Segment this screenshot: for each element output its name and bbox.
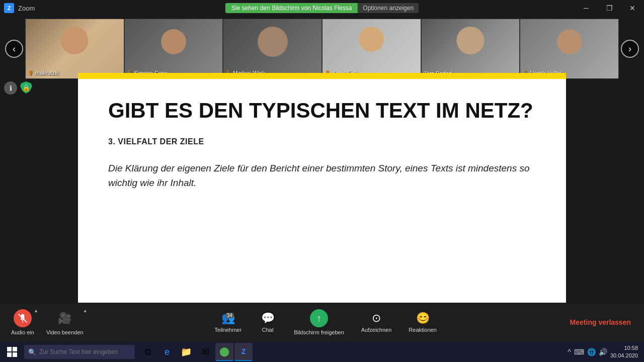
video-label: Video beenden <box>46 329 84 335</box>
share-label: Bildschirm freigeben <box>294 329 344 335</box>
share-icon: ↑ <box>310 309 328 327</box>
participant-thumb[interactable]: 🎙 makrutzki <box>25 19 124 79</box>
reactions-icon: 😊 <box>416 312 430 325</box>
windows-search[interactable]: 🔍 <box>24 345 135 359</box>
info-icons: ℹ 🔒 <box>4 81 32 95</box>
chat-button[interactable]: 💬 Chat <box>253 306 283 338</box>
slide-accent-bar <box>78 73 566 79</box>
options-button[interactable]: Optionen anzeigen <box>358 3 419 13</box>
participant-thumb[interactable]: 🎙 Henrik Vollbr... <box>520 19 619 79</box>
participants-list: 🎙 makrutzki 🎙 Simone Cerw... 🎙 Markus Wi… <box>25 19 619 79</box>
close-button[interactable]: ✕ <box>621 0 644 16</box>
participants-label: Teilnehmer <box>214 327 242 333</box>
search-input[interactable] <box>39 348 131 355</box>
slide-subtitle: 3. VIELFALT DER ZIELE <box>108 137 536 146</box>
mail-icon[interactable]: ✉ <box>196 343 214 361</box>
task-view-button[interactable]: ⧉ <box>139 343 157 361</box>
audio-label: Audio ein <box>11 329 34 335</box>
zoom-taskbar-icon[interactable]: Z <box>234 343 253 361</box>
leave-meeting-button[interactable]: Meeting verlassen <box>562 314 639 330</box>
participant-thumb[interactable]: Jörn Barfod <box>421 19 520 79</box>
next-participant-button[interactable]: › <box>621 40 639 58</box>
audio-button[interactable]: Audio ein ▲ <box>5 306 40 338</box>
record-button[interactable]: ⊙ Aufzeichnen <box>355 306 398 338</box>
chrome-icon[interactable]: ⬤ <box>215 343 233 361</box>
audio-arrow[interactable]: ▲ <box>34 308 38 313</box>
slide-body: GIBT ES DEN TYPISCHEN TEXT IM NETZ? 3. V… <box>78 79 566 210</box>
reactions-label: Reaktionen <box>409 327 437 333</box>
taskbar-icons: ⧉ e 📁 ✉ ⬤ Z <box>139 343 253 361</box>
participant-thumb[interactable]: 🎙 Simone Cerw... <box>124 19 223 79</box>
record-icon: ⊙ <box>372 312 381 325</box>
slide-title: GIBT ES DEN TYPISCHEN TEXT IM NETZ? <box>108 99 536 122</box>
participant-name: 🎙 makrutzki <box>28 69 59 76</box>
windows-logo <box>7 347 17 357</box>
center-tools: 👥 34 Teilnehmer 💬 Chat ↑ Bildschirm frei… <box>90 306 562 338</box>
chat-icon: 💬 <box>261 312 275 325</box>
start-button[interactable] <box>2 342 22 362</box>
file-explorer-icon[interactable]: 📁 <box>177 343 195 361</box>
window-controls: ─ ❐ ✕ <box>575 0 644 16</box>
tray-up-arrow[interactable]: ^ <box>568 348 571 356</box>
search-icon: 🔍 <box>28 348 36 356</box>
zoom-toolbar: Audio ein ▲ 🎥 Video beenden ▲ 👥 34 Teiln… <box>0 303 644 342</box>
participant-thumb[interactable]: 🎙 Markus Wink... <box>223 19 322 79</box>
slide-content: GIBT ES DEN TYPISCHEN TEXT IM NETZ? 3. V… <box>78 73 566 317</box>
volume-icon[interactable]: 🔊 <box>599 348 607 356</box>
participants-icon: 👥 34 <box>221 312 235 325</box>
mute-icon <box>14 309 32 327</box>
network-icon: 🌐 <box>587 348 596 356</box>
share-screen-button[interactable]: ↑ Bildschirm freigeben <box>288 306 350 338</box>
video-arrow[interactable]: ▲ <box>83 308 88 313</box>
mic-icon: 🎙 <box>28 69 34 76</box>
screen-share-label: Sie sehen den Bildschirm von Nicolas Fle… <box>225 3 358 13</box>
screen-share-info: Sie sehen den Bildschirm von Nicolas Fle… <box>225 3 419 13</box>
video-icon: 🎥 <box>56 309 74 327</box>
info-icon[interactable]: ℹ <box>4 81 17 95</box>
shield-icon[interactable]: 🔒 <box>20 81 32 94</box>
participants-strip: ‹ 🎙 makrutzki 🎙 Simone Cerw... 🎙 Markus … <box>0 16 644 81</box>
slide-body-text: Die Klärung der eigenen Ziele für den Be… <box>108 161 536 190</box>
system-time[interactable]: 10:58 30.04.2020 <box>610 344 638 360</box>
system-tray: ^ ⌨ 🌐 🔊 10:58 30.04.2020 <box>568 344 642 360</box>
title-bar: Z Zoom Sie sehen den Bildschirm von Nico… <box>0 0 644 16</box>
participants-button[interactable]: 👥 34 Teilnehmer <box>208 306 248 338</box>
edge-icon[interactable]: e <box>158 343 176 361</box>
video-button[interactable]: 🎥 Video beenden ▲ <box>40 306 90 338</box>
record-label: Aufzeichnen <box>361 327 392 333</box>
app-title: Zoom <box>18 5 35 12</box>
restore-button[interactable]: ❐ <box>598 0 621 16</box>
chat-label: Chat <box>262 327 274 333</box>
app-icon: Z <box>4 3 14 13</box>
windows-taskbar: 🔍 ⧉ e 📁 ✉ ⬤ Z ^ ⌨ 🌐 🔊 10:58 30.04.2020 <box>0 342 644 362</box>
minimize-button[interactable]: ─ <box>575 0 598 16</box>
prev-participant-button[interactable]: ‹ <box>5 40 23 58</box>
keyboard-icon: ⌨ <box>574 348 584 356</box>
participants-count: 34 <box>225 313 234 318</box>
reactions-button[interactable]: 😊 Reaktionen <box>403 306 443 338</box>
participant-thumb[interactable]: 🎙 Xenia Fink <box>322 19 421 79</box>
